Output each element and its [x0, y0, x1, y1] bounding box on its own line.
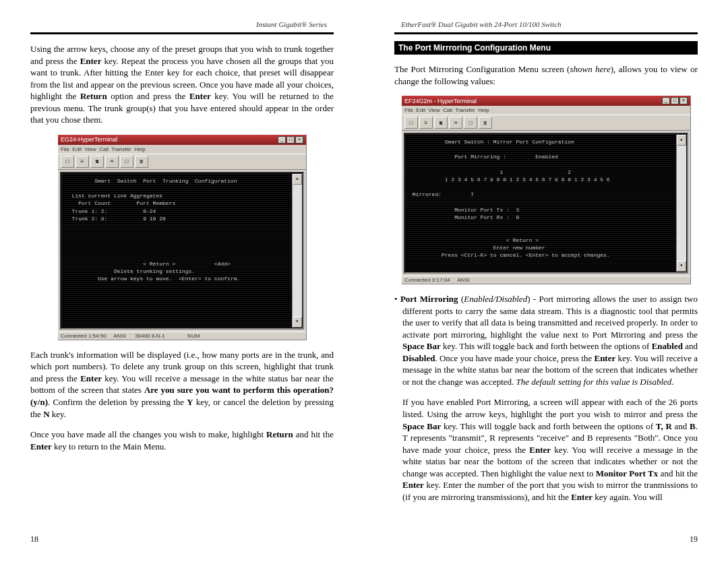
window-menubar: File Edit View Call Transfer Help — [58, 145, 306, 154]
terminal-text: Smart Switch : Mirror Port Configuration… — [405, 134, 687, 263]
window-toolbar: □ ≡ ☎ ⌨ □ ≣ — [58, 154, 306, 170]
window-title: EF24G2m - HyperTerminal — [404, 98, 477, 104]
window-titlebar: EF24G2m - HyperTerminal _ □ × — [402, 96, 690, 106]
terminal-text: Smart Switch Port Trunking Configuration… — [61, 173, 303, 287]
para-mirror-intro: The Port Mirroring Configuration Menu sc… — [394, 63, 698, 87]
page-number: 18 — [30, 534, 38, 544]
terminal-display: Smart Switch : Mirror Port Configuration… — [404, 133, 688, 274]
hyperterminal-screenshot-mirroring: EF24G2m - HyperTerminal _ □ × File Edit … — [401, 95, 691, 284]
para-delete-trunk: Each trunk's information will be display… — [30, 349, 334, 420]
tool-icon: ⌨ — [449, 117, 462, 129]
window-toolbar: □ ≡ ☎ ⌨ □ ≣ — [402, 115, 690, 131]
tool-icon: ≡ — [419, 117, 433, 129]
tool-icon: ⌨ — [105, 156, 119, 168]
maximize-icon: □ — [286, 136, 295, 144]
tool-icon: □ — [404, 117, 418, 129]
minimize-icon: _ — [278, 136, 286, 144]
scroll-down-icon: ▾ — [677, 261, 686, 272]
close-icon: × — [679, 97, 688, 104]
header-rule — [30, 32, 334, 34]
scroll-up-icon: ▴ — [677, 135, 686, 146]
page-18: Instant Gigabit® Series Using the arrow … — [0, 0, 364, 562]
page-19: EtherFast® Dual Gigabit with 24-Port 10/… — [364, 0, 728, 562]
window-statusbar: Connected 0:17:04 ANSI — [402, 276, 690, 284]
tool-icon: ☎ — [434, 117, 448, 129]
tool-icon: ≣ — [135, 156, 148, 168]
page-spread: Instant Gigabit® Series Using the arrow … — [0, 0, 728, 562]
close-icon: × — [295, 136, 303, 144]
window-title: EG24-HyperTerminal — [61, 136, 117, 143]
header-rule — [394, 32, 698, 34]
minimize-icon: _ — [662, 97, 670, 104]
scroll-up-icon: ▴ — [293, 174, 302, 185]
window-menubar: File Edit View Call Transfer Help — [402, 106, 690, 115]
window-statusbar: Connected 1:54:50 ANSI 38400 8-N-1 NUM — [58, 332, 306, 340]
tool-icon: □ — [61, 156, 74, 168]
window-titlebar: EG24-HyperTerminal _ □ × — [58, 135, 306, 145]
page-number: 19 — [690, 534, 698, 544]
tool-icon: ≣ — [479, 117, 492, 129]
series-header-right: EtherFast® Dual Gigabit with 24-Port 10/… — [394, 20, 698, 28]
para-return-main: Once you have made all the changes you w… — [30, 429, 334, 452]
tool-icon: ☎ — [90, 156, 104, 168]
hyperterminal-screenshot-trunking: EG24-HyperTerminal _ □ × File Edit View … — [57, 134, 307, 340]
scrollbar: ▴ ▾ — [292, 174, 302, 327]
tool-icon: ≡ — [75, 156, 89, 168]
scrollbar: ▴ ▾ — [676, 135, 686, 272]
para-mirror-ports: If you have enabled Port Mirroring, a sc… — [394, 396, 698, 503]
terminal-display: Smart Switch Port Trunking Configuration… — [60, 172, 304, 330]
tool-icon: □ — [120, 156, 133, 168]
bullet-port-mirroring: • Port Mirroring (Enabled/Disabled) - Po… — [394, 293, 698, 387]
maximize-icon: □ — [671, 97, 679, 104]
section-title-bar: The Port Mirrroring Configuration Menu — [394, 41, 698, 55]
para-trunk-instructions: Using the arrow keys, choose any of the … — [30, 43, 334, 126]
series-header-left: Instant Gigabit® Series — [30, 20, 334, 28]
tool-icon: □ — [464, 117, 477, 129]
scroll-down-icon: ▾ — [293, 317, 302, 327]
